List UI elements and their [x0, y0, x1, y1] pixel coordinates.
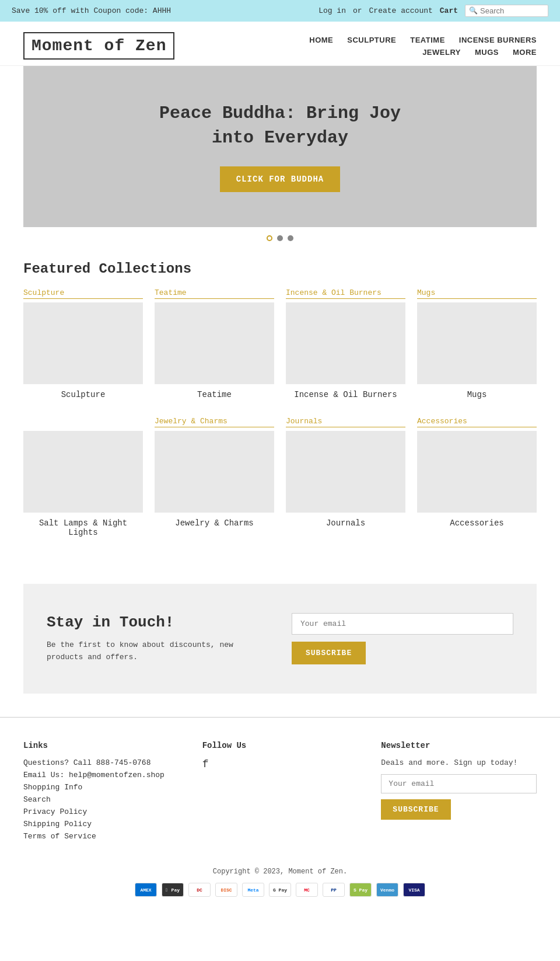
newsletter-title: Stay in Touch!	[47, 614, 268, 631]
collection-jewelry-charms: Jewelry & Charms Jewelry & Charms	[155, 417, 274, 537]
collection-name-jewelry-charms: Jewelry & Charms	[155, 518, 274, 528]
facebook-icon[interactable]: f	[202, 758, 358, 770]
collection-link-accessories[interactable]: Accessories	[417, 417, 537, 427]
footer-search[interactable]: Search	[23, 795, 179, 804]
payment-shopify: S Pay	[349, 883, 372, 897]
nav-jewelry[interactable]: JEWELRY	[422, 48, 461, 57]
copyright-text: Copyright © 2023, Moment of Zen.	[213, 868, 347, 876]
carousel-dots	[0, 227, 560, 249]
footer-phone[interactable]: Questions? Call 888-745-0768	[23, 758, 179, 767]
search-input[interactable]	[480, 6, 544, 15]
collection-name-journals: Journals	[286, 518, 405, 528]
payment-gpay: G Pay	[269, 883, 291, 897]
footer-newsletter-section: Newsletter Deals and more. Sign up today…	[381, 741, 537, 844]
collection-name-teatime: Teatime	[155, 390, 274, 399]
collection-sculpture: Sculpture Sculpture	[23, 288, 143, 399]
collection-image-teatime	[155, 302, 274, 384]
create-account-link[interactable]: Create account	[369, 6, 433, 15]
footer-newsletter-title: Newsletter	[381, 741, 537, 750]
collection-teatime: Teatime Teatime	[155, 288, 274, 399]
collection-image-jewelry-charms	[155, 431, 274, 513]
collection-image-sculpture	[23, 302, 143, 384]
nav-incense-burners[interactable]: INCENSE BURNERS	[459, 36, 537, 44]
collection-link-mugs[interactable]: Mugs	[417, 288, 537, 299]
footer-email[interactable]: Email Us: help@momentofzen.shop	[23, 771, 179, 779]
top-bar: Save 10% off with Coupon code: AHHH Log …	[0, 0, 560, 22]
login-link[interactable]: Log in	[318, 6, 346, 15]
collection-name-sculpture: Sculpture	[23, 390, 143, 399]
footer-privacy-policy[interactable]: Privacy Policy	[23, 807, 179, 816]
footer-terms[interactable]: Terms of Service	[23, 832, 179, 841]
payment-visa: VISA	[403, 883, 425, 897]
subscribe-button[interactable]: SUBSCRIBE	[292, 642, 366, 664]
footer-shopping-info[interactable]: Shopping Info	[23, 783, 179, 792]
collection-name-accessories: Accessories	[417, 518, 537, 528]
nav-teatime[interactable]: TEATIME	[410, 36, 445, 44]
footer-follow-title: Follow Us	[202, 741, 358, 750]
collection-link-teatime[interactable]: Teatime	[155, 288, 274, 299]
footer-shipping-policy[interactable]: Shipping Policy	[23, 820, 179, 828]
nav-row-2: JEWELRY MUGS MORE	[422, 48, 537, 57]
search-icon: 🔍	[469, 6, 478, 15]
footer-links-title: Links	[23, 741, 179, 750]
search-box[interactable]: 🔍	[465, 5, 548, 17]
collection-link-jewelry-charms[interactable]: Jewelry & Charms	[155, 417, 274, 427]
newsletter-email-input[interactable]	[292, 613, 513, 635]
top-bar-actions: Log in or Create account Cart 🔍	[318, 5, 548, 17]
footer-links-section: Links Questions? Call 888-745-0768 Email…	[23, 741, 179, 844]
collection-salt-lamps: placeholder Salt Lamps & Night Lights	[23, 417, 143, 537]
collection-image-mugs	[417, 302, 537, 384]
collection-image-incense	[286, 302, 405, 384]
collection-link-journals[interactable]: Journals	[286, 417, 405, 427]
collection-link-sculpture[interactable]: Sculpture	[23, 288, 143, 299]
hero-title: Peace Buddha: Bring Joy into Everyday	[134, 101, 426, 150]
carousel-dot-1[interactable]	[267, 235, 272, 241]
collection-name-mugs: Mugs	[417, 390, 537, 399]
payment-diners: DC	[188, 883, 211, 897]
nav-row-1: HOME SCULPTURE TEATIME INCENSE BURNERS	[309, 36, 537, 44]
payment-paypal: PP	[323, 883, 345, 897]
carousel-dot-2[interactable]	[277, 235, 283, 241]
collection-accessories: Accessories Accessories	[417, 417, 537, 537]
nav-mugs[interactable]: MUGS	[475, 48, 499, 57]
payment-amex: AMEX	[135, 883, 157, 897]
cart-icon[interactable]: Cart	[440, 6, 458, 15]
collection-image-accessories	[417, 431, 537, 513]
collection-link-incense[interactable]: Incense & Oil Burners	[286, 288, 405, 299]
footer-newsletter-desc: Deals and more. Sign up today!	[381, 758, 537, 767]
newsletter-description: Be the first to know about discounts, ne…	[47, 639, 268, 664]
main-nav: HOME SCULPTURE TEATIME INCENSE BURNERS J…	[309, 36, 537, 57]
hero-banner: Peace Buddha: Bring Joy into Everyday CL…	[23, 66, 537, 227]
footer-newsletter-email-input[interactable]	[381, 774, 537, 793]
site-title[interactable]: Moment of Zen	[23, 32, 174, 60]
collection-journals: Journals Journals	[286, 417, 405, 537]
footer: Links Questions? Call 888-745-0768 Email…	[0, 717, 560, 856]
featured-collections: Featured Collections Sculpture Sculpture…	[0, 249, 560, 560]
collection-name-incense: Incense & Oil Burners	[286, 390, 405, 399]
payment-meta: Meta	[242, 883, 264, 897]
featured-title: Featured Collections	[23, 261, 537, 277]
footer-subscribe-button[interactable]: SUBSCRIBE	[381, 799, 450, 820]
nav-sculpture[interactable]: SCULPTURE	[347, 36, 396, 44]
or-text: or	[353, 6, 362, 15]
newsletter-section: Stay in Touch! Be the first to know abou…	[23, 584, 537, 694]
payment-mastercard: MC	[296, 883, 318, 897]
payment-applepay:  Pay	[162, 883, 184, 897]
payment-discover: DISC	[215, 883, 237, 897]
collections-row-1: Sculpture Sculpture Teatime Teatime Ince…	[23, 288, 537, 399]
nav-home[interactable]: HOME	[309, 36, 333, 44]
collection-image-journals	[286, 431, 405, 513]
hero-button[interactable]: CLICK FOR BUDDHA	[220, 166, 340, 192]
site-header: Moment of Zen HOME SCULPTURE TEATIME INC…	[0, 22, 560, 66]
footer-follow-section: Follow Us f	[202, 741, 358, 844]
collections-row-2: placeholder Salt Lamps & Night Lights Je…	[23, 417, 537, 537]
payment-icons: AMEX  Pay DC DISC Meta G Pay MC PP S Pa…	[23, 883, 537, 897]
coupon-text: Save 10% off with Coupon code: AHHH	[12, 6, 171, 15]
nav-more[interactable]: MORE	[513, 48, 537, 57]
collection-image-salt-lamps	[23, 431, 143, 513]
carousel-dot-3[interactable]	[288, 235, 293, 241]
collection-name-salt-lamps: Salt Lamps & Night Lights	[23, 518, 143, 537]
newsletter-right: SUBSCRIBE	[292, 613, 513, 664]
collection-mugs: Mugs Mugs	[417, 288, 537, 399]
footer-bottom: Copyright © 2023, Moment of Zen. AMEX  …	[0, 856, 560, 914]
